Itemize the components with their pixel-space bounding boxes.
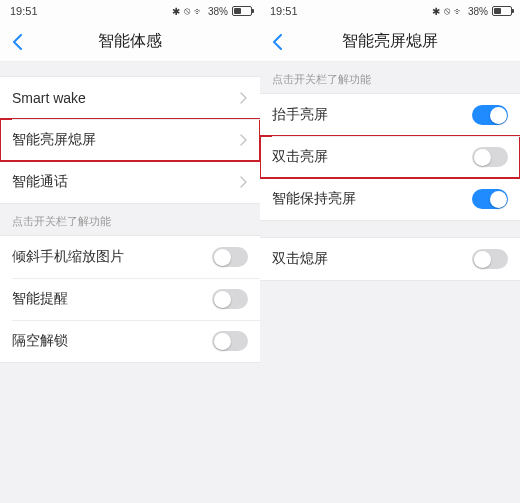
right-toggle-list-2: 双击熄屏 xyxy=(260,237,520,281)
battery-pct: 38% xyxy=(468,6,488,17)
left-toggle-list: 倾斜手机缩放图片 智能提醒 隔空解锁 xyxy=(0,235,260,363)
phone-right: 19:51 ✱ ⦸ ᯤ 38% 智能亮屏熄屏 点击开关栏了解功能 抬手亮屏 xyxy=(260,0,520,503)
section-hint: 点击开关栏了解功能 xyxy=(260,62,520,93)
toggle-row-smart-remind[interactable]: 智能提醒 xyxy=(0,278,260,320)
toggle-switch[interactable] xyxy=(472,189,508,209)
phone-left: 19:51 ✱ ⦸ ᯤ 38% 智能体感 Smart wake xyxy=(0,0,260,503)
page-title: 智能亮屏熄屏 xyxy=(342,31,438,52)
status-bar: 19:51 ✱ ⦸ ᯤ 38% xyxy=(260,0,520,22)
toggle-switch[interactable] xyxy=(472,147,508,167)
dnd-icon: ⦸ xyxy=(184,5,190,17)
toggle-row-air-unlock[interactable]: 隔空解锁 xyxy=(0,320,260,362)
row-label: 智能通话 xyxy=(12,173,68,191)
wifi-icon: ᯤ xyxy=(454,6,464,17)
row-label: 隔空解锁 xyxy=(12,332,68,350)
toggle-row-tilt-zoom[interactable]: 倾斜手机缩放图片 xyxy=(0,236,260,278)
row-label: 双击亮屏 xyxy=(272,148,328,166)
status-right: ✱ ⦸ ᯤ 38% xyxy=(432,5,512,17)
bluetooth-icon: ✱ xyxy=(432,6,440,17)
row-label: 智能提醒 xyxy=(12,290,68,308)
toggle-row-double-tap-sleep[interactable]: 双击熄屏 xyxy=(260,238,520,280)
status-time: 19:51 xyxy=(10,5,38,17)
chevron-right-icon xyxy=(240,134,248,146)
toggle-row-double-tap-wake[interactable]: 双击亮屏 xyxy=(260,136,520,178)
page-title: 智能体感 xyxy=(98,31,162,52)
toggle-switch[interactable] xyxy=(472,249,508,269)
wifi-icon: ᯤ xyxy=(194,6,204,17)
bluetooth-icon: ✱ xyxy=(172,6,180,17)
toggle-row-smart-stay[interactable]: 智能保持亮屏 xyxy=(260,178,520,220)
status-time: 19:51 xyxy=(270,5,298,17)
dual-screenshot: 19:51 ✱ ⦸ ᯤ 38% 智能体感 Smart wake xyxy=(0,0,520,503)
dnd-icon: ⦸ xyxy=(444,5,450,17)
toggle-switch[interactable] xyxy=(212,247,248,267)
back-button[interactable] xyxy=(268,32,288,52)
nav-row-smart-call[interactable]: 智能通话 xyxy=(0,161,260,203)
row-label: 倾斜手机缩放图片 xyxy=(12,248,124,266)
left-nav-list: Smart wake 智能亮屏熄屏 智能通话 xyxy=(0,76,260,204)
row-label: 智能亮屏熄屏 xyxy=(12,131,96,149)
status-bar: 19:51 ✱ ⦸ ᯤ 38% xyxy=(0,0,260,22)
battery-icon xyxy=(232,6,252,16)
back-button[interactable] xyxy=(8,32,28,52)
chevron-right-icon xyxy=(240,92,248,104)
toggle-switch[interactable] xyxy=(212,331,248,351)
row-label: 抬手亮屏 xyxy=(272,106,328,124)
right-toggle-list-1: 抬手亮屏 双击亮屏 智能保持亮屏 xyxy=(260,93,520,221)
nav-row-smart-screen[interactable]: 智能亮屏熄屏 xyxy=(0,119,260,161)
row-label: Smart wake xyxy=(12,90,86,106)
battery-pct: 38% xyxy=(208,6,228,17)
chevron-right-icon xyxy=(240,176,248,188)
toggle-switch[interactable] xyxy=(212,289,248,309)
toggle-row-raise-wake[interactable]: 抬手亮屏 xyxy=(260,94,520,136)
nav-bar: 智能亮屏熄屏 xyxy=(260,22,520,62)
nav-row-smart-wake[interactable]: Smart wake xyxy=(0,77,260,119)
battery-icon xyxy=(492,6,512,16)
row-label: 双击熄屏 xyxy=(272,250,328,268)
row-label: 智能保持亮屏 xyxy=(272,190,356,208)
status-right: ✱ ⦸ ᯤ 38% xyxy=(172,5,252,17)
nav-bar: 智能体感 xyxy=(0,22,260,62)
chevron-left-icon xyxy=(12,34,24,50)
section-hint: 点击开关栏了解功能 xyxy=(0,204,260,235)
chevron-left-icon xyxy=(272,34,284,50)
toggle-switch[interactable] xyxy=(472,105,508,125)
